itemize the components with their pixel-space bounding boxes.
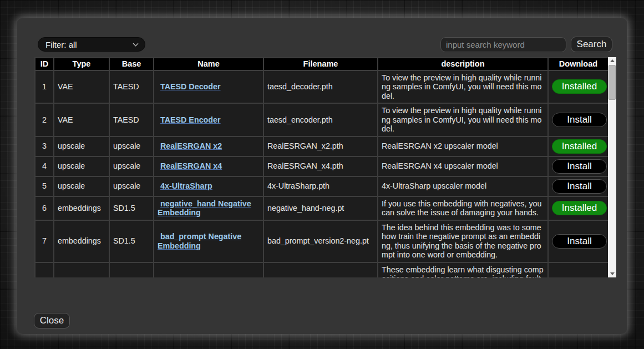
model-type: upscale [54, 136, 109, 156]
model-base: SD1.5 [109, 220, 154, 262]
models-table: ID Type Base Name Filename description D… [34, 57, 608, 277]
table-row: 7 embeddings SD1.5 bad_prompt Negative E… [35, 220, 608, 262]
table-row: 5 upscale upscale 4x-UltraSharp 4x-Ultra… [35, 176, 608, 196]
model-id: 5 [35, 176, 54, 196]
install-button[interactable]: Installed [552, 139, 607, 154]
model-filename: 4x-UltraSharp.pth [263, 176, 378, 196]
model-base: TAESD [109, 103, 154, 136]
model-name-link[interactable]: RealESRGAN x2 [158, 141, 222, 150]
model-name-link[interactable] [158, 270, 160, 277]
model-base: upscale [109, 136, 154, 156]
model-name-link[interactable]: negative_hand Negative Embedding [158, 199, 251, 218]
model-name-link[interactable]: TAESD Encoder [158, 115, 221, 124]
header-type: Type [54, 58, 109, 70]
model-filename: negative_hand-neg.pt [263, 196, 378, 220]
model-base: SD1.5 [109, 196, 154, 220]
model-filename: taesd_decoder.pth [263, 70, 378, 104]
table-scrollbar[interactable] [608, 57, 616, 277]
model-name-link[interactable]: 4x-UltraSharp [158, 181, 212, 190]
install-button[interactable]: Install [552, 113, 607, 127]
model-id: 4 [35, 156, 54, 176]
model-name-link[interactable]: bad_prompt Negative Embedding [158, 232, 241, 250]
table-row: These embedding learn what disgusting co… [35, 262, 608, 278]
search-button[interactable]: Search [571, 37, 612, 52]
model-description: To view the preview in high quality whil… [378, 103, 548, 136]
model-filename: bad_prompt_version2-neg.pt [263, 220, 378, 262]
scrollbar-thumb[interactable] [608, 65, 616, 100]
search-input[interactable] [440, 37, 566, 52]
model-description: 4x-UltraSharp upscaler model [378, 176, 548, 196]
install-button[interactable]: Install [552, 234, 607, 249]
header-id: ID [35, 58, 54, 70]
filter-select[interactable]: Filter: all [38, 37, 145, 52]
install-button[interactable]: Install [552, 159, 607, 174]
scroll-up-icon[interactable] [608, 57, 616, 64]
table-row: 4 upscale upscale RealESRGAN x4 RealESRG… [35, 156, 608, 176]
model-type: embeddings [54, 196, 109, 220]
model-name-link[interactable]: RealESRGAN x4 [158, 161, 222, 170]
model-type [54, 262, 109, 278]
model-id: 6 [35, 196, 54, 220]
model-base: upscale [109, 156, 154, 176]
model-filename: RealESRGAN_x4.pth [263, 156, 378, 176]
header-base: Base [109, 58, 154, 70]
model-type: upscale [54, 176, 109, 196]
close-button[interactable]: Close [34, 313, 70, 328]
install-button[interactable]: Install [552, 179, 607, 194]
header-name: Name [154, 58, 263, 70]
model-name-link[interactable]: TAESD Decoder [158, 82, 221, 91]
model-type: embeddings [54, 220, 109, 262]
model-description: RealESRGAN x4 upscaler model [378, 156, 548, 176]
model-id: 7 [35, 220, 54, 262]
table-row: 2 VAE TAESD TAESD Encoder taesd_encoder.… [35, 103, 608, 136]
model-id [35, 262, 54, 278]
table-row: 3 upscale upscale RealESRGAN x2 RealESRG… [35, 136, 608, 156]
header-download: Download [548, 58, 608, 70]
table-header-row: ID Type Base Name Filename description D… [35, 58, 608, 70]
header-description: description [378, 58, 548, 70]
model-filename: taesd_encoder.pth [263, 103, 378, 136]
models-table-zone: ID Type Base Name Filename description D… [34, 57, 616, 277]
model-base [109, 262, 154, 278]
model-description: To view the preview in high quality whil… [378, 70, 548, 104]
install-models-dialog: Filter: all Search ID Type Base Name Fil… [17, 18, 627, 334]
model-description: If you use this embedding with negatives… [378, 196, 548, 220]
model-base: upscale [109, 176, 154, 196]
model-filename [263, 262, 378, 278]
model-description: The idea behind this embedding was to so… [378, 220, 548, 262]
model-type: VAE [54, 103, 109, 136]
install-button[interactable]: Installed [552, 201, 607, 215]
table-row: 1 VAE TAESD TAESD Decoder taesd_decoder.… [35, 70, 608, 104]
filter-select-wrap: Filter: all [38, 37, 145, 52]
install-button[interactable]: Installed [552, 79, 607, 94]
model-type: VAE [54, 70, 109, 104]
table-viewport: ID Type Base Name Filename description D… [34, 57, 608, 277]
model-filename: RealESRGAN_x2.pth [263, 136, 378, 156]
scroll-down-icon[interactable] [608, 270, 616, 277]
header-filename: Filename [263, 58, 378, 70]
table-row: 6 embeddings SD1.5 negative_hand Negativ… [35, 196, 608, 220]
model-base: TAESD [109, 70, 154, 104]
model-description: These embedding learn what disgusting co… [378, 262, 548, 278]
model-id: 1 [35, 70, 54, 104]
model-type: upscale [54, 156, 109, 176]
model-description: RealESRGAN x2 upscaler model [378, 136, 548, 156]
model-id: 2 [35, 103, 54, 136]
model-id: 3 [35, 136, 54, 156]
